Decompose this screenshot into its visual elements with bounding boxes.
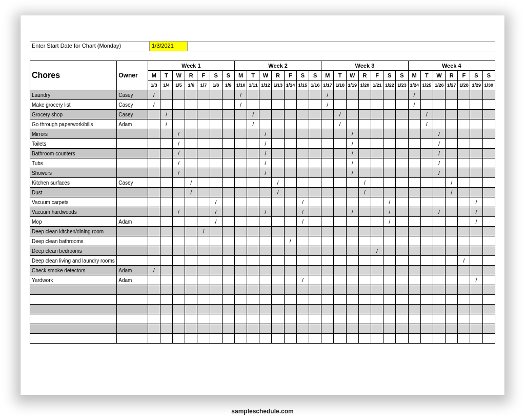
schedule-cell[interactable] xyxy=(284,314,296,324)
chore-name-cell[interactable]: Kitchen surfaces xyxy=(30,178,117,188)
chore-name-cell[interactable]: Deep clean living and laundry rooms xyxy=(30,256,117,266)
schedule-cell[interactable] xyxy=(321,266,334,275)
schedule-cell[interactable]: / xyxy=(346,129,358,139)
schedule-cell[interactable] xyxy=(272,334,284,344)
schedule-cell[interactable] xyxy=(272,168,284,178)
schedule-cell[interactable]: / xyxy=(420,119,433,129)
schedule-cell[interactable] xyxy=(296,295,309,305)
schedule-cell[interactable] xyxy=(408,188,420,197)
schedule-cell[interactable] xyxy=(396,178,408,188)
schedule-cell[interactable] xyxy=(358,324,371,334)
schedule-cell[interactable] xyxy=(321,119,334,129)
schedule-cell[interactable] xyxy=(160,305,172,314)
schedule-cell[interactable] xyxy=(210,139,222,149)
schedule-cell[interactable] xyxy=(346,246,358,256)
schedule-cell[interactable] xyxy=(210,149,222,158)
schedule-cell[interactable] xyxy=(247,149,259,158)
schedule-cell[interactable] xyxy=(458,129,470,139)
schedule-cell[interactable] xyxy=(420,246,433,256)
schedule-cell[interactable] xyxy=(396,119,408,129)
schedule-cell[interactable] xyxy=(259,188,272,197)
schedule-cell[interactable] xyxy=(210,90,222,100)
owner-name-cell[interactable] xyxy=(117,207,148,217)
schedule-cell[interactable] xyxy=(296,305,309,314)
schedule-cell[interactable] xyxy=(148,236,160,246)
schedule-cell[interactable] xyxy=(383,90,396,100)
schedule-cell[interactable] xyxy=(309,305,321,314)
schedule-cell[interactable] xyxy=(210,334,222,344)
schedule-cell[interactable] xyxy=(197,285,210,295)
schedule-cell[interactable] xyxy=(358,275,371,285)
schedule-cell[interactable] xyxy=(358,305,371,314)
schedule-cell[interactable] xyxy=(482,100,495,110)
schedule-cell[interactable] xyxy=(420,217,433,227)
schedule-cell[interactable] xyxy=(321,285,334,295)
schedule-cell[interactable] xyxy=(470,246,482,256)
schedule-cell[interactable] xyxy=(321,236,334,246)
schedule-cell[interactable] xyxy=(371,100,383,110)
schedule-cell[interactable] xyxy=(160,139,172,149)
schedule-cell[interactable] xyxy=(160,207,172,217)
schedule-cell[interactable]: / xyxy=(148,266,160,275)
schedule-cell[interactable] xyxy=(383,275,396,285)
chore-name-cell[interactable]: Mirrors xyxy=(30,129,117,139)
schedule-cell[interactable] xyxy=(334,246,346,256)
schedule-cell[interactable] xyxy=(383,110,396,119)
schedule-cell[interactable] xyxy=(309,227,321,236)
schedule-cell[interactable] xyxy=(346,266,358,275)
schedule-cell[interactable] xyxy=(160,295,172,305)
schedule-cell[interactable] xyxy=(358,90,371,100)
schedule-cell[interactable] xyxy=(173,266,185,275)
schedule-cell[interactable] xyxy=(222,178,234,188)
schedule-cell[interactable] xyxy=(334,314,346,324)
schedule-cell[interactable] xyxy=(470,158,482,168)
schedule-cell[interactable] xyxy=(284,227,296,236)
schedule-cell[interactable] xyxy=(185,217,197,227)
chore-name-cell[interactable] xyxy=(30,334,117,344)
schedule-cell[interactable] xyxy=(247,295,259,305)
schedule-cell[interactable] xyxy=(396,256,408,266)
schedule-cell[interactable] xyxy=(321,314,334,324)
schedule-cell[interactable] xyxy=(396,305,408,314)
schedule-cell[interactable] xyxy=(247,246,259,256)
schedule-cell[interactable] xyxy=(383,324,396,334)
schedule-cell[interactable] xyxy=(358,227,371,236)
schedule-cell[interactable] xyxy=(259,100,272,110)
schedule-cell[interactable] xyxy=(334,236,346,246)
schedule-cell[interactable] xyxy=(160,227,172,236)
schedule-cell[interactable] xyxy=(482,139,495,149)
schedule-cell[interactable] xyxy=(197,168,210,178)
schedule-cell[interactable] xyxy=(433,110,445,119)
owner-name-cell[interactable]: Adam xyxy=(117,217,148,227)
schedule-cell[interactable] xyxy=(408,139,420,149)
schedule-cell[interactable]: / xyxy=(383,207,396,217)
schedule-cell[interactable] xyxy=(259,324,272,334)
schedule-cell[interactable] xyxy=(185,246,197,256)
schedule-cell[interactable] xyxy=(358,246,371,256)
schedule-cell[interactable] xyxy=(185,119,197,129)
schedule-cell[interactable] xyxy=(197,275,210,285)
schedule-cell[interactable] xyxy=(173,110,185,119)
schedule-cell[interactable]: / xyxy=(173,207,185,217)
schedule-cell[interactable] xyxy=(470,178,482,188)
schedule-cell[interactable] xyxy=(284,168,296,178)
schedule-cell[interactable]: / xyxy=(272,178,284,188)
schedule-cell[interactable] xyxy=(470,334,482,344)
schedule-cell[interactable] xyxy=(396,295,408,305)
schedule-cell[interactable] xyxy=(197,139,210,149)
schedule-cell[interactable] xyxy=(371,197,383,207)
schedule-cell[interactable] xyxy=(272,110,284,119)
schedule-cell[interactable]: / xyxy=(210,207,222,217)
schedule-cell[interactable] xyxy=(247,129,259,139)
schedule-cell[interactable] xyxy=(148,314,160,324)
schedule-cell[interactable] xyxy=(222,90,234,100)
schedule-cell[interactable] xyxy=(482,246,495,256)
schedule-cell[interactable] xyxy=(458,314,470,324)
schedule-cell[interactable] xyxy=(247,139,259,149)
schedule-cell[interactable] xyxy=(309,295,321,305)
schedule-cell[interactable] xyxy=(396,236,408,246)
schedule-cell[interactable] xyxy=(482,197,495,207)
schedule-cell[interactable] xyxy=(197,246,210,256)
schedule-cell[interactable] xyxy=(408,158,420,168)
schedule-cell[interactable]: / xyxy=(346,207,358,217)
